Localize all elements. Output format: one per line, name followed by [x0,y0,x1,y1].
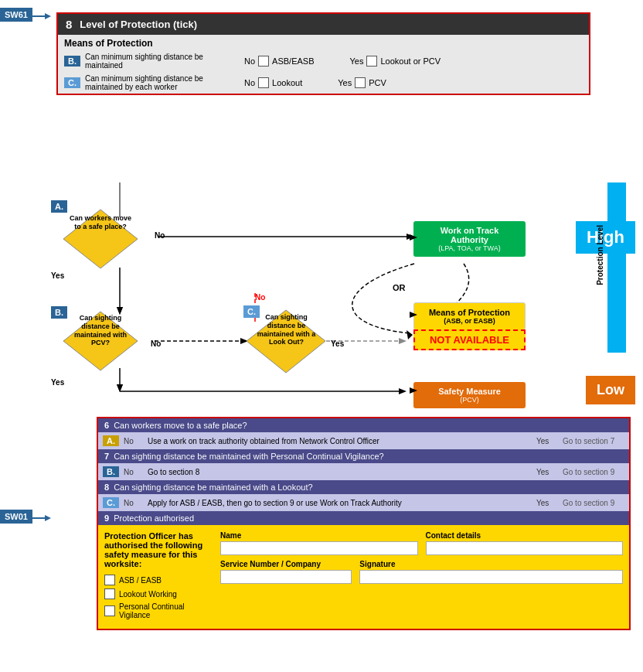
means-header: Means of Protection [58,35,589,50]
outcome-safety-sub: (PCV) [421,396,518,404]
form-a-yes: Yes [536,437,558,445]
outcome-safety-label: Safety Measure [421,387,518,396]
step-c-label: C. [243,305,260,318]
signature-input[interactable] [359,570,623,584]
step-a-label: A. [51,200,67,213]
flowchart-section: A. Can workers move to a safe place? No … [0,101,643,411]
protection-right: Name Contact details Service Number / Co… [220,531,623,623]
row-c-yes-group: Yes PCV [338,77,386,88]
outcome-wota-label: Work on Track Authority [421,226,518,244]
protection-officer-text: Protection Officer has authorised the fo… [104,531,213,568]
service-signature-row: Service Number / Company Signature [220,560,623,584]
section8-num: 8 [104,483,109,492]
section6-header: 6 Can workers move to a safe place? [98,418,629,432]
row-c-no-group: No Lookout [244,77,302,88]
svg-marker-27 [45,515,51,521]
section9-header: 9 Protection authorised [98,511,629,525]
checkbox-lookout-label: Lookout Working [119,590,177,599]
checkbox-asb-easb-label: ASB / EASB [119,576,162,585]
signature-label: Signature [359,560,623,568]
outcome-mop-sub: (ASB, or EASB) [422,317,517,325]
section6-num: 6 [104,421,109,430]
form-row-c: C. No Apply for ASB / EASB, then go to s… [98,494,629,511]
row-b-yes-label: Yes [349,56,363,66]
svg-marker-16 [399,388,407,394]
row-b-no-group: No ASB/EASB [244,56,314,67]
name-input[interactable] [220,541,418,555]
form-b-yes: Yes [536,468,558,476]
protection-left: Protection Officer has authorised the fo… [104,531,213,623]
diamond-b-text: Can sighting distance be maintained with… [66,314,134,347]
diamond-c-text: Can sighting distance be maintained with… [250,313,322,346]
or-label: OR [393,283,406,292]
protection-checkbox-row1: ASB / EASB [104,575,213,585]
diamond-a-text: Can workers move to a safe place? [68,214,133,231]
section-number: 8 [66,18,72,31]
row-c-option1: Lookout [272,78,302,87]
section9-num: 9 [104,513,109,523]
checkbox-pcv[interactable] [104,605,115,616]
form-label-b: B. [103,466,119,477]
form-b-goto-yes: Go to section 9 [563,468,624,476]
form-label-c: C. [103,497,119,508]
form-c-instruction: Apply for ASB / EASB, then go to section… [148,499,524,507]
outcome-mop: Means of Protection (ASB, or EASB) [413,302,526,330]
protection-level-text: Protection Level [596,225,604,285]
protection-level-bar [607,182,626,353]
not-available-text: NOT AVAILABLE [430,334,509,346]
service-field: Service Number / Company [220,560,352,584]
form-a-instruction: Use a work on track authority obtained f… [148,437,524,445]
checkbox-asb-easb[interactable] [104,575,115,585]
section7-num: 7 [104,452,109,461]
contact-input[interactable] [426,541,624,555]
form-c-goto: Go to section 9 [563,499,624,507]
sw01-label: SW01 [0,510,32,524]
section7-header: 7 Can sighting distance be maintained wi… [98,449,629,463]
yes-label-c: Yes [331,339,344,348]
form-b-goto-no: Go to section 8 [148,468,524,476]
top-section: 8 Level of Protection (tick) Means of Pr… [56,12,590,95]
no-label-c: No [255,293,265,302]
protection-checkbox-row3: Personal Continual Vigilance [104,602,213,619]
contact-label: Contact details [426,531,624,540]
row-c-no-label: No [244,78,255,87]
top-header: 8 Level of Protection (tick) [58,14,589,35]
sw61-label: SW61 [0,8,32,22]
protection-body: Protection Officer has authorised the fo… [98,525,629,629]
form-a-no: No [124,437,143,445]
checkbox-lookout[interactable] [104,588,115,599]
service-input[interactable] [220,570,352,584]
row-c: C. Can minimum sighting distance be main… [58,72,589,94]
row-b-option1: ASB/EASB [272,56,314,66]
form-a-goto: Go to section 7 [563,437,624,445]
section6-question: Can workers move to a safe place? [114,421,247,430]
svg-marker-17 [407,330,413,339]
form-b-no: No [124,468,143,476]
section7-question: Can sighting distance be maintained with… [114,452,384,461]
row-b-yes-group: Yes Lookout or PCV [349,56,441,67]
outcome-mop-label: Means of Protection [422,308,517,317]
outcome-not-available: NOT AVAILABLE [413,329,526,350]
row-b-option2: Lookout or PCV [380,56,441,66]
row-b-no-checkbox[interactable] [258,56,269,67]
contact-field: Contact details [426,531,624,555]
form-row-b: B. No Go to section 8 Yes Go to section … [98,463,629,480]
row-c-no-checkbox[interactable] [258,77,269,88]
name-contact-row: Name Contact details [220,531,623,555]
svg-marker-11 [399,338,407,344]
step-b-label: B. [51,306,67,319]
outcome-safety: Safety Measure (PCV) [413,382,526,408]
svg-marker-5 [117,384,123,392]
name-field: Name [220,531,418,555]
no-label-b: No [151,339,161,348]
row-b: B. Can minimum sighting distance be main… [58,50,589,72]
row-c-yes-checkbox[interactable] [355,77,366,88]
section8-question: Can sighting distance be maintained with… [114,483,312,492]
section9-header-text: Protection authorised [114,513,194,523]
row-b-yes-checkbox[interactable] [366,56,377,67]
yes-label-a: Yes [51,271,64,280]
outcome-wota: Work on Track Authority (LPA, TOA, or TW… [413,221,526,257]
row-b-no-label: No [244,56,255,66]
svg-marker-25 [117,384,123,392]
form-c-yes: Yes [536,499,558,507]
